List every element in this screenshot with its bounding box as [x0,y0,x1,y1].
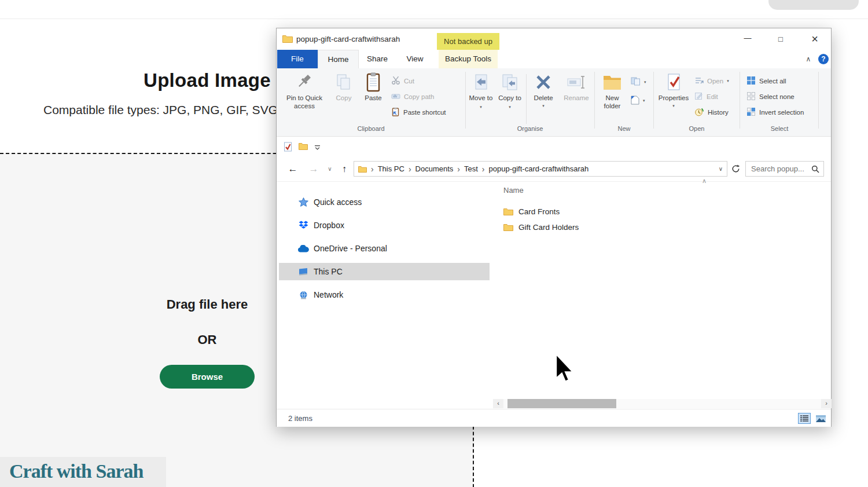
scroll-left-icon[interactable]: ‹ [493,399,503,408]
column-header-name[interactable]: Name [503,186,524,195]
tab-backup-tools[interactable]: Backup Tools [439,50,498,68]
browse-button[interactable]: Browse [160,365,255,389]
new-item-button[interactable]: ▾ [631,94,645,108]
invert-selection-button[interactable]: Invert selection [746,105,804,119]
copy-to-button[interactable]: Copy to ▾ [497,71,523,125]
history-button[interactable]: History [694,105,729,119]
move-to-icon [468,71,494,94]
file-row-card-fronts[interactable]: Card Fronts [503,204,746,219]
dropdown-arrow-icon: ▾ [727,79,729,83]
address-dropdown-icon[interactable]: ∨ [719,166,723,172]
details-view-button[interactable] [798,413,811,424]
screen: Upload Image Compatible file types: JPG,… [0,0,868,487]
sidebar-item-network[interactable]: Network [279,286,490,303]
thumbnail-view-button[interactable] [814,413,827,424]
select-none-label: Select none [759,93,795,100]
sidebar-label: Dropbox [314,221,344,230]
group-separator [465,72,466,129]
star-icon [297,197,309,207]
open-icon [694,76,704,86]
folder-icon [503,208,513,215]
dropbox-icon [297,221,309,230]
move-to-button[interactable]: Move to ▾ [468,71,494,125]
invert-selection-label: Invert selection [759,109,804,116]
qat-customize-icon[interactable] [315,144,320,152]
select-group-label: Select [740,125,819,132]
breadcrumb-test[interactable]: Test [464,164,478,173]
back-icon[interactable]: ← [286,156,300,182]
pin-to-quick-access-label: Pin to Quick access [284,94,325,110]
cut-icon [391,76,400,86]
delete-button[interactable]: Delete▾ [529,71,557,125]
sort-ascending-icon[interactable]: ∧ [702,177,707,185]
file-row-gift-card-holders[interactable]: Gift Card Holders [503,219,746,235]
easy-access-icon [631,77,641,87]
copy-button[interactable]: Copy [331,71,356,125]
select-all-label: Select all [759,78,786,85]
pin-to-quick-access-button[interactable]: Pin to Quick access [284,71,325,125]
open-label: Open [707,78,723,85]
copy-to-icon [497,71,523,94]
crumb-separator-icon: › [482,164,485,174]
up-icon[interactable]: ↑ [338,156,351,182]
edit-button[interactable]: Edit [694,90,718,104]
horizontal-scrollbar[interactable]: ‹ › [493,399,832,408]
tab-view[interactable]: View [396,50,434,68]
easy-access-button[interactable]: ▾ [631,75,646,89]
copy-path-button[interactable]: Copy path [391,90,434,104]
search-input[interactable] [750,164,811,174]
search-box[interactable] [745,161,824,177]
rename-label: Rename [560,94,593,102]
dropdown-arrow-icon: ▾ [529,102,557,110]
qat-folder-icon[interactable] [299,142,308,152]
breadcrumb-documents[interactable]: Documents [415,164,454,173]
refresh-icon[interactable] [731,164,740,175]
open-button[interactable]: Open ▾ [694,74,729,88]
breadcrumb-this-pc[interactable]: This PC [378,164,404,173]
breadcrumb-current-folder[interactable]: popup-gift-card-craftwithsarah [489,164,589,173]
sidebar-item-this-pc[interactable]: This PC [279,263,490,280]
collapse-ribbon-icon[interactable]: ∧ [801,50,816,68]
organise-group-label: Organise [466,125,594,132]
history-label: History [708,109,729,116]
rename-icon [560,71,593,94]
maximize-button[interactable]: □ [767,28,794,50]
edit-label: Edit [707,93,718,100]
properties-button[interactable]: Properties▾ [656,71,691,125]
paste-button[interactable]: Paste [360,71,387,125]
scroll-right-icon[interactable]: › [821,399,832,408]
close-button[interactable]: × [801,28,828,50]
address-folder-icon [358,166,367,173]
forward-icon[interactable]: → [307,156,321,182]
tab-share[interactable]: Share [359,50,396,68]
sidebar-item-onedrive[interactable]: OneDrive - Personal [279,240,490,257]
select-none-button[interactable]: Select none [746,90,795,104]
new-folder-button[interactable]: New folder [598,71,626,125]
paste-icon [360,71,387,94]
rename-button[interactable]: Rename [560,71,593,125]
tab-home[interactable]: Home [318,50,359,68]
paste-label: Paste [360,94,387,102]
qat-properties-icon[interactable] [284,142,292,153]
minimize-button[interactable]: — [734,28,761,50]
group-inner-separator [526,74,527,124]
select-all-button[interactable]: Select all [746,74,786,88]
invert-selection-icon [746,107,756,118]
quick-access-toolbar [277,138,831,155]
sidebar-item-quick-access[interactable]: Quick access [279,193,490,211]
tab-file[interactable]: File [277,50,318,68]
cut-button[interactable]: Cut [391,74,414,88]
paste-shortcut-button[interactable]: Paste shortcut [391,105,446,119]
scrollbar-thumb[interactable] [507,399,616,408]
copy-path-icon [391,92,400,102]
this-pc-icon [297,268,309,276]
paste-shortcut-icon [391,107,400,118]
sidebar-item-dropbox[interactable]: Dropbox [279,217,490,234]
scrollbar-track[interactable] [503,399,821,408]
recent-locations-icon[interactable]: ∨ [325,156,334,182]
address-bar[interactable]: › This PC › Documents › Test › popup-gif… [354,161,727,177]
crumb-separator-icon: › [409,164,411,174]
page-header-pill-button[interactable] [768,0,859,10]
dropdown-arrow-icon: ▾ [509,105,511,109]
help-icon[interactable]: ? [818,54,829,64]
